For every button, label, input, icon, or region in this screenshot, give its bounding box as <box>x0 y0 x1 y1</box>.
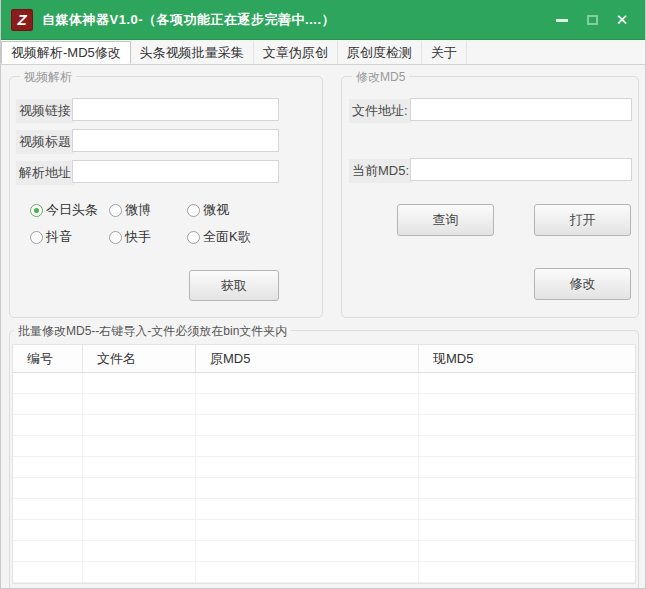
radio-kuaishou[interactable]: 快手 <box>109 228 151 246</box>
video-link-input[interactable] <box>72 98 279 121</box>
minimize-button[interactable] <box>547 7 577 33</box>
table-row[interactable] <box>13 457 635 478</box>
modify-md5-groupbox: 修改MD5 文件地址: 当前MD5: 查询 打开 修改 <box>341 76 639 318</box>
maximize-button[interactable] <box>577 7 607 33</box>
table-row[interactable] <box>13 436 635 457</box>
md5-table-header: 编号 文件名 原MD5 现MD5 <box>13 345 635 373</box>
radio-dot-icon <box>109 204 122 217</box>
table-cell <box>83 520 196 540</box>
radio-dot-icon <box>187 204 200 217</box>
radio-quanmin-kge-label: 全面K歌 <box>203 228 251 246</box>
table-cell <box>83 373 196 393</box>
app-logo-glyph: Z <box>17 12 26 27</box>
radio-dot-icon <box>187 231 200 244</box>
radio-weishi-label: 微视 <box>203 201 229 219</box>
modify-md5-group-title: 修改MD5 <box>352 69 409 86</box>
table-cell <box>419 562 635 582</box>
radio-douyin[interactable]: 抖音 <box>30 228 72 246</box>
video-parse-group-title: 视频解析 <box>20 69 76 86</box>
table-row[interactable] <box>13 373 635 394</box>
table-cell <box>196 373 419 393</box>
table-row[interactable] <box>13 394 635 415</box>
radio-dot-icon <box>30 204 43 217</box>
table-row[interactable] <box>13 541 635 562</box>
table-cell <box>83 499 196 519</box>
titlebar: Z 自媒体神器V1.0-（各项功能正在逐步完善中....） ✕ <box>1 0 645 40</box>
tab-toutiao-batch-collect[interactable]: 头条视频批量采集 <box>131 41 254 64</box>
column-header-number[interactable]: 编号 <box>13 345 83 372</box>
tab-about[interactable]: 关于 <box>422 41 467 64</box>
tab-video-parse-md5[interactable]: 视频解析-MD5修改 <box>1 41 131 64</box>
table-cell <box>419 499 635 519</box>
close-button[interactable]: ✕ <box>607 7 637 33</box>
radio-toutiao-label: 今日头条 <box>46 201 98 219</box>
column-header-original-md5[interactable]: 原MD5 <box>196 345 419 372</box>
radio-douyin-label: 抖音 <box>46 228 72 246</box>
table-row[interactable] <box>13 415 635 436</box>
table-cell <box>83 415 196 435</box>
column-header-filename[interactable]: 文件名 <box>83 345 196 372</box>
batch-md5-groupbox: 批量修改MD5--右键导入-文件必须放在bin文件夹内 编号 文件名 原MD5 … <box>9 330 639 589</box>
tab-article-pseudo-original[interactable]: 文章伪原创 <box>254 41 338 64</box>
tab-originality-check[interactable]: 原创度检测 <box>338 41 422 64</box>
batch-md5-group-title: 批量修改MD5--右键导入-文件必须放在bin文件夹内 <box>14 323 291 340</box>
radio-weishi[interactable]: 微视 <box>187 201 229 219</box>
table-row[interactable] <box>13 478 635 499</box>
radio-dot-icon <box>30 231 43 244</box>
table-row[interactable] <box>13 520 635 541</box>
radio-toutiao[interactable]: 今日头条 <box>30 201 98 219</box>
table-cell <box>83 436 196 456</box>
app-logo-icon: Z <box>11 9 33 31</box>
get-button[interactable]: 获取 <box>189 270 279 301</box>
table-cell <box>419 541 635 561</box>
table-cell <box>419 520 635 540</box>
table-cell <box>419 415 635 435</box>
table-cell <box>196 562 419 582</box>
table-cell <box>13 415 83 435</box>
table-cell <box>13 478 83 498</box>
table-cell <box>13 541 83 561</box>
table-cell <box>196 541 419 561</box>
table-cell <box>419 478 635 498</box>
video-title-input[interactable] <box>72 129 279 152</box>
radio-quanmin-kge[interactable]: 全面K歌 <box>187 228 251 246</box>
column-header-current-md5[interactable]: 现MD5 <box>419 345 635 372</box>
table-cell <box>196 436 419 456</box>
table-cell <box>419 373 635 393</box>
table-cell <box>196 457 419 477</box>
radio-dot-icon <box>109 231 122 244</box>
table-cell <box>13 520 83 540</box>
table-row[interactable] <box>13 562 635 583</box>
app-window: Z 自媒体神器V1.0-（各项功能正在逐步完善中....） ✕ 视频解析-MD5… <box>0 0 646 589</box>
current-md5-input[interactable] <box>410 158 632 181</box>
file-address-label: 文件地址: <box>349 99 411 123</box>
video-link-label: 视频链接 <box>16 99 74 123</box>
md5-table[interactable]: 编号 文件名 原MD5 现MD5 <box>12 344 636 584</box>
table-cell <box>13 457 83 477</box>
radio-kuaishou-label: 快手 <box>125 228 151 246</box>
radio-weibo-label: 微博 <box>125 201 151 219</box>
table-cell <box>196 394 419 414</box>
table-cell <box>196 415 419 435</box>
modify-button[interactable]: 修改 <box>534 268 631 300</box>
parse-address-input[interactable] <box>72 160 279 183</box>
file-address-input[interactable] <box>410 98 632 121</box>
window-title: 自媒体神器V1.0-（各项功能正在逐步完善中....） <box>42 11 335 29</box>
table-cell <box>83 394 196 414</box>
query-button[interactable]: 查询 <box>397 204 494 236</box>
md5-table-body[interactable] <box>13 373 635 583</box>
table-cell <box>83 562 196 582</box>
window-controls: ✕ <box>547 0 637 40</box>
open-button[interactable]: 打开 <box>534 204 631 236</box>
video-parse-groupbox: 视频解析 视频链接 视频标题 解析地址 今日头条 微博 微视 抖音 快手 <box>9 76 323 318</box>
current-md5-label: 当前MD5: <box>349 159 412 183</box>
table-row[interactable] <box>13 499 635 520</box>
tab-strip: 视频解析-MD5修改 头条视频批量采集 文章伪原创 原创度检测 关于 <box>1 41 645 65</box>
table-cell <box>196 520 419 540</box>
radio-weibo[interactable]: 微博 <box>109 201 151 219</box>
video-title-label: 视频标题 <box>16 130 74 154</box>
table-cell <box>196 478 419 498</box>
table-cell <box>83 541 196 561</box>
table-cell <box>13 436 83 456</box>
table-cell <box>419 457 635 477</box>
